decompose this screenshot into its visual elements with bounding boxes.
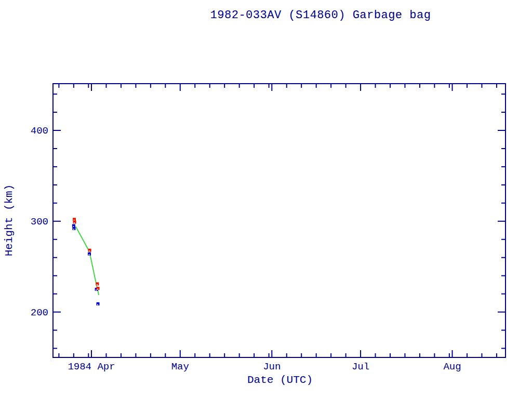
x-tick-label: Jul: [352, 361, 369, 373]
x-tick-label: May: [171, 361, 189, 373]
marker-center-dot: [97, 289, 98, 290]
marker-center-dot: [89, 254, 90, 255]
decay-prediction-line: [76, 227, 99, 295]
marker-center-dot: [73, 226, 74, 227]
plot-canvas: 2003004001984 AprMayJunJulAug: [0, 0, 532, 399]
marker-center-dot: [89, 250, 90, 251]
marker-center-dot: [73, 220, 74, 221]
y-tick-label: 200: [31, 307, 48, 318]
x-tick-label: 1984 Apr: [68, 361, 115, 373]
x-tick-label: Jun: [263, 361, 281, 373]
y-tick-label: 300: [31, 216, 48, 228]
x-tick-label: Aug: [443, 361, 461, 373]
marker-center-dot: [97, 284, 98, 285]
decay-chart-page: 1982-033AV (S14860) Garbage bag Height (…: [0, 0, 532, 399]
plot-frame: [53, 84, 506, 357]
marker-center-dot: [97, 304, 98, 305]
marker-center-dot: [73, 229, 74, 230]
marker-center-dot: [74, 222, 75, 223]
y-tick-label: 400: [31, 125, 48, 137]
